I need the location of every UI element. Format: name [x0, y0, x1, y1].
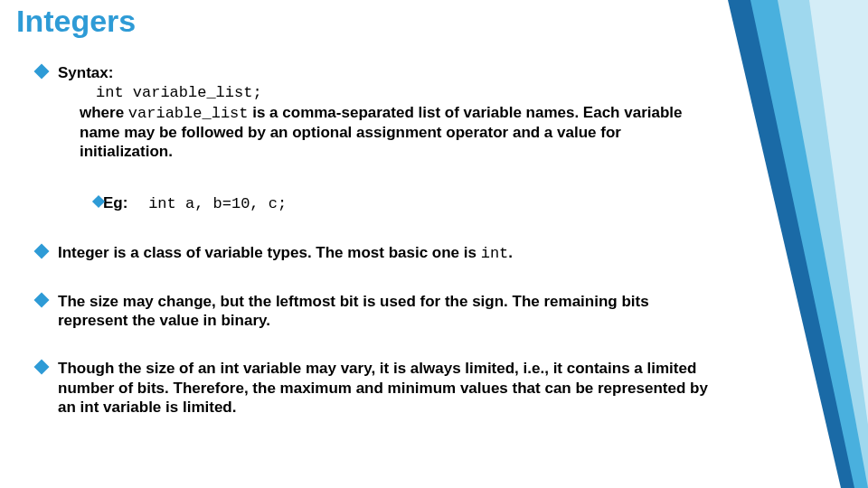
syntax-code-line: int variable_list; [58, 82, 714, 102]
eg-label: Eg: [103, 194, 127, 211]
diamond-icon [34, 292, 50, 307]
corner-decoration [687, 0, 868, 488]
b2-post: . [508, 244, 513, 261]
b2-code: int [481, 245, 509, 262]
example-line: Eg: int a, b=10, c; [103, 193, 714, 213]
desc-pre: where [80, 104, 128, 121]
b3-text: The size may change, but the leftmost bi… [58, 293, 649, 329]
bullet-limited: Though the size of an int variable may v… [36, 359, 714, 417]
slide: Integers Syntax: int variable_list; wher… [0, 0, 868, 488]
bullet-size-sign: The size may change, but the leftmost bi… [36, 292, 714, 331]
diamond-icon [34, 64, 50, 80]
code-text: int variable_list; [96, 84, 262, 101]
slide-title: Integers [16, 4, 136, 39]
bullet-integer-class: Integer is a class of variable types. Th… [36, 243, 714, 263]
desc-code: variable_list [128, 105, 249, 122]
diamond-icon [34, 360, 50, 375]
svg-marker-2 [778, 0, 868, 488]
b4-text: Though the size of an int variable may v… [58, 360, 708, 416]
diamond-icon [34, 243, 50, 258]
bullet-syntax: Syntax: int variable_list; where variabl… [36, 63, 714, 214]
b2-pre: Integer is a class of variable types. Th… [58, 244, 481, 261]
syntax-desc: where variable_list is a comma-separated… [58, 103, 714, 162]
svg-marker-3 [809, 0, 868, 425]
eg-code: int a, b=10, c; [148, 195, 287, 212]
svg-marker-0 [728, 0, 868, 488]
slide-body: Syntax: int variable_list; where variabl… [36, 63, 714, 417]
svg-marker-1 [750, 0, 868, 488]
syntax-label: Syntax: [58, 64, 113, 81]
